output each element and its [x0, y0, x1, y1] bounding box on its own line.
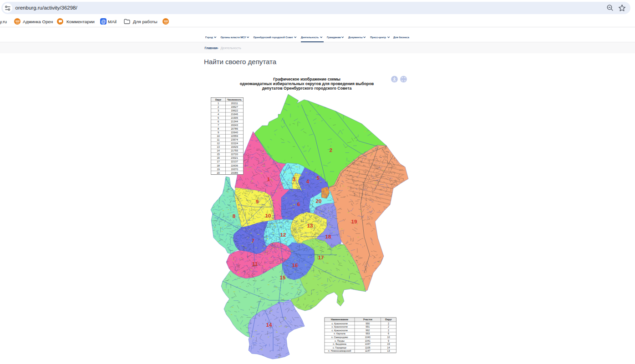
svg-text:18: 18: [325, 234, 331, 239]
svg-text:с. Краснохолм: с. Краснохолм: [331, 322, 348, 325]
svg-text:17: 17: [217, 160, 219, 163]
svg-text:3: 3: [218, 109, 219, 112]
svg-text:с. Краснохолм: с. Краснохолм: [331, 325, 348, 328]
svg-text:22137: 22137: [231, 160, 238, 163]
svg-text:Округ: Округ: [215, 99, 222, 101]
svg-text:10: 10: [387, 336, 390, 339]
svg-text:22559: 22559: [231, 135, 238, 137]
svg-text:12: 12: [280, 232, 286, 238]
svg-text:9: 9: [388, 339, 389, 342]
svg-text:Наименование: Наименование: [331, 318, 348, 321]
svg-text:13: 13: [387, 349, 390, 352]
svg-text:19: 19: [351, 219, 357, 224]
svg-text:22636: 22636: [231, 164, 238, 167]
svg-text:2: 2: [388, 322, 389, 325]
svg-text:20086: 20086: [231, 172, 238, 174]
svg-text:2: 2: [218, 106, 219, 108]
svg-text:22640: 22640: [231, 131, 238, 134]
svg-text:992: 992: [366, 329, 370, 332]
svg-text:1: 1: [218, 102, 219, 105]
svg-text:Округ: Округ: [385, 318, 392, 321]
svg-text:1147: 1147: [365, 349, 370, 352]
svg-text:11: 11: [252, 261, 258, 267]
svg-text:депутатов Оренбургского городс: депутатов Оренбургского городского Совет…: [262, 86, 352, 91]
svg-text:1: 1: [267, 177, 270, 182]
svg-text:9: 9: [256, 199, 259, 204]
svg-text:10: 10: [265, 213, 271, 218]
svg-text:п. Бердянка: п. Бердянка: [333, 343, 346, 345]
svg-text:19627: 19627: [231, 106, 238, 108]
svg-text:Численность: Численность: [227, 99, 241, 101]
svg-text:1040: 1040: [365, 336, 371, 339]
svg-text:1041: 1041: [365, 339, 371, 342]
svg-text:19622: 19622: [231, 109, 238, 112]
svg-text:с. Краснохолм: с. Краснохолм: [331, 329, 348, 332]
svg-text:с. Пруды: с. Пруды: [335, 339, 345, 342]
svg-text:18: 18: [217, 164, 219, 167]
svg-text:13: 13: [307, 223, 313, 228]
svg-text:2: 2: [388, 325, 389, 328]
svg-text:16: 16: [217, 157, 219, 159]
svg-text:993: 993: [366, 332, 370, 335]
svg-text:15: 15: [280, 275, 286, 280]
svg-text:п. Самородово: п. Самородово: [331, 336, 348, 339]
svg-text:14: 14: [266, 322, 272, 328]
svg-text:21755: 21755: [231, 149, 238, 152]
svg-text:Графическое изображение схемы: Графическое изображение схемы: [273, 77, 340, 81]
svg-text:21344: 21344: [231, 120, 238, 123]
svg-text:Участок: Участок: [363, 318, 373, 321]
svg-text:2: 2: [388, 329, 389, 332]
svg-text:23021: 23021: [231, 157, 238, 159]
svg-text:20786: 20786: [231, 127, 238, 130]
svg-text:6: 6: [388, 332, 389, 335]
svg-text:20: 20: [217, 172, 219, 174]
svg-text:2: 2: [330, 147, 332, 153]
svg-text:990: 990: [366, 322, 370, 325]
svg-text:16: 16: [292, 263, 298, 268]
svg-text:21646: 21646: [231, 113, 238, 116]
svg-text:20: 20: [316, 198, 322, 204]
svg-text:с. Городище: с. Городище: [333, 346, 346, 349]
svg-text:22720: 22720: [231, 153, 238, 156]
svg-text:19370: 19370: [231, 168, 238, 171]
svg-text:6: 6: [218, 120, 219, 123]
svg-text:9: 9: [218, 131, 219, 134]
svg-text:3: 3: [293, 177, 295, 182]
svg-text:13: 13: [217, 146, 219, 148]
svg-text:20211: 20211: [231, 102, 238, 105]
svg-text:19: 19: [217, 168, 219, 171]
svg-text:12: 12: [217, 142, 219, 145]
svg-text:11: 11: [217, 138, 220, 141]
svg-text:19429: 19429: [231, 146, 238, 148]
svg-text:5: 5: [218, 116, 219, 119]
svg-text:7: 7: [218, 124, 219, 126]
svg-text:7: 7: [252, 238, 254, 243]
svg-text:п. Каргала: п. Каргала: [334, 332, 345, 335]
svg-text:п. Нижнесакмарский: п. Нижнесакмарский: [328, 349, 351, 352]
svg-text:8: 8: [218, 127, 219, 130]
svg-text:22224: 22224: [231, 142, 238, 145]
svg-text:одномандатных избирательных ок: одномандатных избирательных округов для …: [240, 81, 374, 86]
svg-text:10: 10: [217, 135, 219, 137]
svg-text:20043: 20043: [231, 124, 238, 126]
svg-text:4: 4: [306, 179, 310, 184]
svg-text:14: 14: [387, 346, 390, 349]
svg-text:5: 5: [317, 175, 320, 181]
svg-text:8: 8: [233, 213, 236, 219]
svg-text:991: 991: [366, 325, 370, 328]
svg-text:6: 6: [297, 202, 300, 207]
svg-text:23574: 23574: [231, 138, 238, 141]
svg-text:17: 17: [318, 255, 324, 260]
svg-text:21905: 21905: [231, 116, 238, 119]
svg-text:19: 19: [387, 343, 390, 345]
svg-text:15: 15: [217, 153, 219, 156]
svg-text:4: 4: [218, 113, 219, 116]
svg-text:1047: 1047: [365, 343, 371, 345]
svg-text:14: 14: [217, 149, 219, 152]
svg-text:1105: 1105: [365, 346, 370, 349]
